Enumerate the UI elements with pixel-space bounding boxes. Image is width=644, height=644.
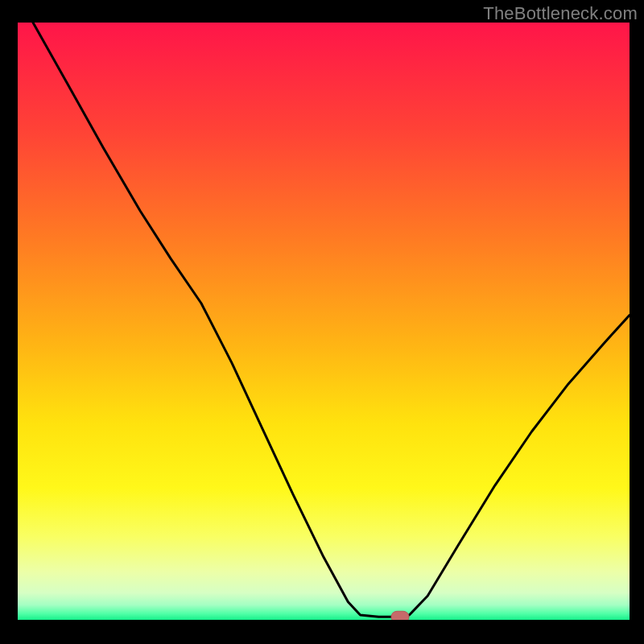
chart-frame: TheBottleneck.com [0, 0, 644, 644]
gradient-background [18, 23, 630, 620]
watermark-text: TheBottleneck.com [483, 3, 638, 24]
plot-area [18, 23, 630, 620]
bottleneck-curve-chart [18, 23, 630, 620]
optimal-marker [391, 611, 409, 620]
